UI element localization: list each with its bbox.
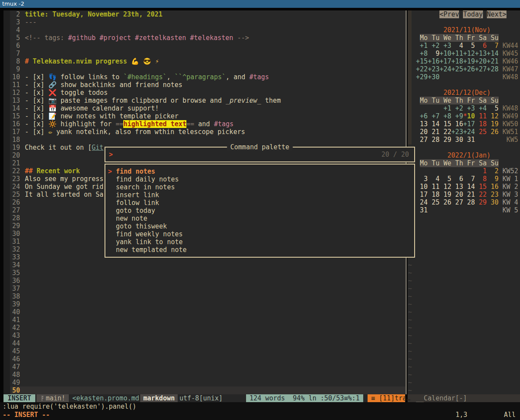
- line-number: 37: [3, 285, 25, 292]
- calendar-week-number: KW 1: [503, 175, 518, 183]
- calendar-nav-button[interactable]: Next>: [487, 10, 506, 18]
- calendar-day-past[interactable]: +22+23+24+25+26+27+28: [416, 65, 499, 73]
- comment: ==: [115, 120, 123, 128]
- calendar-day-sunday[interactable]: 26: [487, 128, 499, 136]
- tilde: ~: [408, 277, 412, 285]
- calendar-day-saturday[interactable]: 8: [475, 175, 487, 183]
- emoji-icon: 📅: [48, 104, 61, 112]
- palette-item[interactable]: >find notes: [105, 168, 414, 175]
- palette-item[interactable]: find daily notes: [105, 175, 414, 183]
- calendar-week-number: KW 5: [503, 206, 518, 214]
- calendar-row: +8 9+10+11+12+13+14 KW45: [408, 50, 518, 57]
- palette-item[interactable]: follow link: [105, 199, 414, 207]
- buffer-line: 34: [3, 261, 405, 269]
- calendar-day-today[interactable]: 10: [467, 112, 475, 120]
- calendar-day-sunday[interactable]: 2: [487, 167, 499, 175]
- text: follow links to: [61, 73, 124, 81]
- palette-item[interactable]: find weekly notes: [105, 230, 414, 238]
- calendar-row: 27 28 29 30 31 KW5: [408, 136, 518, 144]
- calendar-day[interactable]: 3 4 5 6 7: [416, 175, 475, 183]
- buffer-line: 2title: Tuesday, November 23th, 2021: [3, 10, 405, 18]
- calendar-day-sunday[interactable]: 12: [487, 112, 499, 120]
- calendar-day-past[interactable]: +15+16+17+18+19+20+21: [416, 57, 499, 65]
- statusline-mode: INSERT: [3, 394, 35, 402]
- line-number: 20: [3, 151, 25, 159]
- calendar-day-past[interactable]: +10+11+12+13+14: [439, 50, 498, 57]
- spacer: [499, 120, 503, 128]
- calendar-day-saturday[interactable]: 18: [475, 120, 487, 128]
- calendar-row: 31 KW 5: [408, 206, 518, 214]
- line-number: 41: [3, 316, 25, 324]
- inline-code: `#headings`: [123, 73, 166, 81]
- statusline-buffer-list[interactable]: ≡ [11]tra…: [368, 394, 405, 402]
- palette-prompt-input[interactable]: >: [109, 151, 113, 158]
- calendar-day[interactable]: 5: [487, 104, 499, 112]
- calendar-day-saturday[interactable]: 6: [475, 42, 487, 50]
- calendar-buffer-name: __Calendar[-]: [416, 394, 467, 402]
- calendar-day-sunday[interactable]: 16: [487, 183, 499, 191]
- calendar-day-sunday[interactable]: 9: [487, 175, 499, 183]
- calendar-day-past[interactable]: +1 +2 +3: [416, 42, 451, 50]
- calendar-day-past[interactable]: +17: [463, 120, 475, 128]
- calendar-day[interactable]: 17 18 19 20 21: [416, 191, 475, 198]
- spacer: [408, 128, 416, 136]
- calendar-day[interactable]: 27 28 29 30 31: [416, 136, 475, 144]
- palette-item[interactable]: new note: [105, 215, 414, 222]
- calendar-day-saturday[interactable]: 25: [475, 128, 487, 136]
- calendar-row: 10 11 12 13 14 15 16 KW 2: [408, 183, 518, 191]
- text: - [x]: [25, 112, 48, 120]
- calendar-day-past[interactable]: +29+30: [416, 73, 439, 81]
- calendar-day-saturday[interactable]: 11: [475, 112, 487, 120]
- calendar-day-sunday[interactable]: 7: [487, 42, 499, 50]
- palette-item-label: goto thisweek: [116, 222, 167, 230]
- calendar-day-sunday[interactable]: 23: [487, 191, 499, 198]
- tilde: ~: [408, 371, 412, 379]
- calendar-day-saturday[interactable]: 29: [475, 198, 487, 206]
- line-number: 39: [3, 300, 25, 308]
- calendar-day[interactable]: 24 25 26 27 28: [416, 198, 475, 206]
- calendar-day[interactable]: 13 14 15 16: [416, 120, 463, 128]
- empty-line-tilde: ~: [408, 332, 412, 339]
- link[interactable]: Git: [92, 144, 104, 151]
- calendar-day-past[interactable]: +6 +7 +8 +9: [416, 112, 463, 120]
- palette-item[interactable]: search in notes: [105, 183, 414, 191]
- calendar-week-number: KW 4: [503, 198, 518, 206]
- spacer: [499, 183, 503, 191]
- buffer-line: 47: [3, 363, 405, 371]
- calendar-week-number: KW5: [506, 136, 518, 144]
- calendar-row: +29+30 KW48: [408, 73, 518, 81]
- hashtag[interactable]: #github #project #zettelkasten #telekast…: [68, 34, 233, 42]
- palette-item[interactable]: insert link: [105, 191, 414, 199]
- palette-item-label: find weekly notes: [116, 230, 183, 238]
- calendar-day-sunday[interactable]: 19: [487, 120, 499, 128]
- selection-marker: [108, 191, 116, 199]
- calendar-day[interactable]: 10 11 12 13 14: [416, 183, 475, 191]
- calendar-day[interactable]: 20 21 22: [416, 128, 451, 136]
- calendar-day[interactable]: 31: [416, 206, 428, 214]
- calendar-nav-button[interactable]: <Prev: [439, 10, 459, 18]
- palette-item[interactable]: goto today: [105, 207, 414, 215]
- calendar-day-past[interactable]: +8: [416, 50, 428, 57]
- hashtag[interactable]: #tags: [249, 73, 269, 81]
- text: On Sunday we got rid: [25, 183, 104, 191]
- calendar-day-saturday[interactable]: 15: [475, 183, 487, 191]
- calendar-day-sunday[interactable]: 30: [487, 198, 499, 206]
- calendar-day-saturday[interactable]: 22: [475, 191, 487, 198]
- command-line[interactable]: :lua require('telekasten').panel(): [3, 403, 136, 410]
- calendar-nav-button[interactable]: Today: [463, 10, 483, 18]
- palette-item[interactable]: yank link to note: [105, 238, 414, 246]
- calendar-day-past[interactable]: +23+24: [451, 128, 475, 136]
- tilde: ~: [408, 347, 412, 355]
- palette-item[interactable]: goto thisweek: [105, 222, 414, 230]
- hashtag[interactable]: #tags: [214, 120, 233, 128]
- calendar-row: +1 +2 +3 +4 5 KW48: [408, 104, 518, 112]
- text: show backlinks and friend notes: [61, 81, 182, 89]
- calendar-day-past[interactable]: +1 +2 +3 +4: [439, 104, 486, 112]
- palette-item[interactable]: new templated note: [105, 246, 414, 254]
- statusline-git-branch[interactable]: main!: [37, 394, 69, 402]
- calendar-day[interactable]: 4 5: [451, 42, 475, 50]
- palette-item-label: find notes: [116, 168, 155, 175]
- calendar-day[interactable]: 9: [428, 50, 439, 57]
- buffer-line: 48: [3, 371, 405, 379]
- calendar-day-saturday[interactable]: 1: [475, 167, 487, 175]
